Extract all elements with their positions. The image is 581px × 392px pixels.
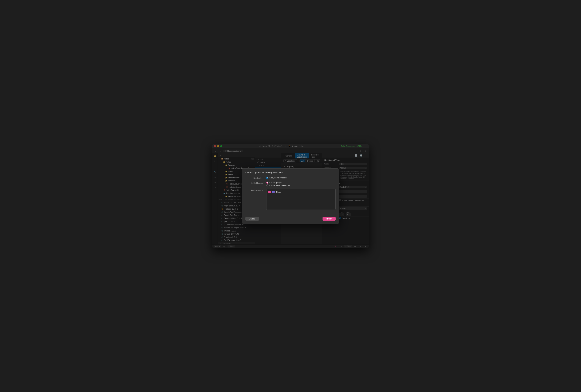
destination-control: ✓ Copy items if needed bbox=[266, 177, 336, 179]
target-app-icon: N bbox=[272, 191, 275, 193]
target-name-label: Notes bbox=[276, 191, 281, 193]
xcode-window: ⬡ Notes #1 – Add "Notes f... | 📱 iPhone … bbox=[212, 144, 369, 248]
target-checkbox[interactable]: ✓ bbox=[268, 191, 271, 193]
finish-button[interactable]: Finish bbox=[322, 217, 336, 221]
destination-option: ✓ Copy items if needed bbox=[266, 177, 336, 179]
modal-footer: Cancel Finish bbox=[242, 215, 339, 224]
modal-title: Choose options for adding these files: bbox=[242, 169, 339, 175]
create-groups-option: Create groups bbox=[266, 182, 336, 184]
added-folders-label: Added folders: bbox=[246, 182, 266, 184]
modal-overlay: Choose options for adding these files: D… bbox=[212, 144, 369, 248]
destination-label: Destination: bbox=[246, 177, 266, 179]
add-files-modal: Choose options for adding these files: D… bbox=[242, 168, 339, 224]
add-to-targets-row: Add to targets: ✓ N Notes bbox=[246, 189, 336, 210]
cancel-button[interactable]: Cancel bbox=[246, 217, 259, 221]
added-folders-control: Create groups Create folder references bbox=[266, 182, 336, 186]
added-folders-row: Added folders: Create groups Create fold… bbox=[246, 182, 336, 186]
destination-row: Destination: ✓ Copy items if needed bbox=[246, 177, 336, 179]
create-groups-label: Create groups bbox=[270, 182, 282, 184]
copy-items-checkbox[interactable]: ✓ bbox=[266, 177, 268, 179]
modal-body: Destination: ✓ Copy items if needed Adde… bbox=[242, 175, 339, 215]
create-folder-refs-label: Create folder references bbox=[270, 184, 290, 186]
target-notes-row: ✓ N Notes bbox=[268, 190, 334, 194]
create-folder-refs-radio[interactable] bbox=[266, 184, 268, 186]
create-groups-radio[interactable] bbox=[266, 182, 268, 184]
destination-option-label: Copy items if needed bbox=[270, 177, 287, 179]
targets-box: ✓ N Notes bbox=[266, 189, 336, 210]
add-to-targets-label: Add to targets: bbox=[246, 189, 266, 191]
add-to-targets-control: ✓ N Notes bbox=[266, 189, 336, 210]
create-folder-refs-option: Create folder references bbox=[266, 184, 336, 186]
